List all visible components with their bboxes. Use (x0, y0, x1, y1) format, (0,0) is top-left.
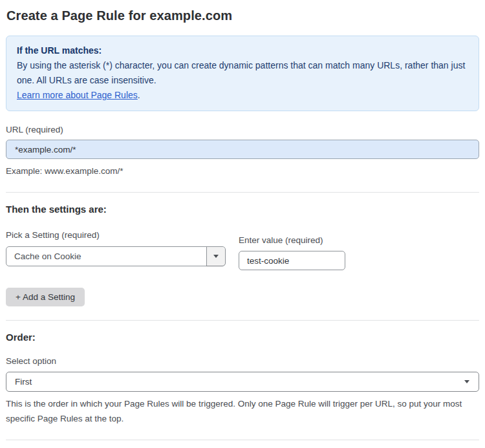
divider-before-footer (6, 440, 479, 440)
order-select-label: Select option (6, 356, 479, 366)
learn-more-link[interactable]: Learn more about Page Rules (17, 90, 138, 100)
info-box-heading: If the URL matches: (17, 43, 468, 58)
order-selected-option: First (15, 377, 32, 387)
setting-row: Pick a Setting (required) Cache on Cooki… (6, 230, 479, 270)
order-select[interactable]: First (6, 372, 479, 392)
enter-value-column: Enter value (required) (239, 235, 345, 270)
order-section-heading: Order: (6, 332, 479, 343)
enter-value-label: Enter value (required) (239, 235, 345, 245)
pick-setting-label: Pick a Setting (required) (6, 230, 226, 240)
link-suffix-period: . (138, 90, 140, 100)
url-field-label: URL (required) (6, 125, 479, 134)
pick-setting-dropdown[interactable]: Cache on Cookie (6, 246, 226, 266)
pick-setting-column: Pick a Setting (required) Cache on Cooki… (6, 230, 226, 270)
order-helper-text: This is the order in which your Page Rul… (6, 396, 479, 426)
pick-setting-selected-value: Cache on Cookie (6, 247, 206, 266)
add-setting-button[interactable]: + Add a Setting (6, 288, 85, 306)
info-box-link-line: Learn more about Page Rules. (17, 88, 468, 103)
page-title: Create a Page Rule for example.com (6, 8, 479, 23)
divider-after-url (6, 192, 479, 193)
chevron-down-icon (464, 380, 469, 383)
settings-section-heading: Then the settings are: (6, 204, 479, 215)
url-matches-info-box: If the URL matches: By using the asteris… (6, 36, 479, 111)
info-box-body: By using the asterisk (*) character, you… (17, 58, 468, 88)
setting-value-input[interactable] (239, 251, 345, 270)
page-rule-form: Create a Page Rule for example.com If th… (0, 8, 485, 448)
divider-after-settings (6, 320, 479, 321)
chevron-down-icon (213, 255, 219, 258)
url-example-helper: Example: www.example.com/* (6, 164, 479, 178)
pick-setting-dropdown-button[interactable] (206, 247, 225, 266)
url-input[interactable] (6, 140, 479, 159)
